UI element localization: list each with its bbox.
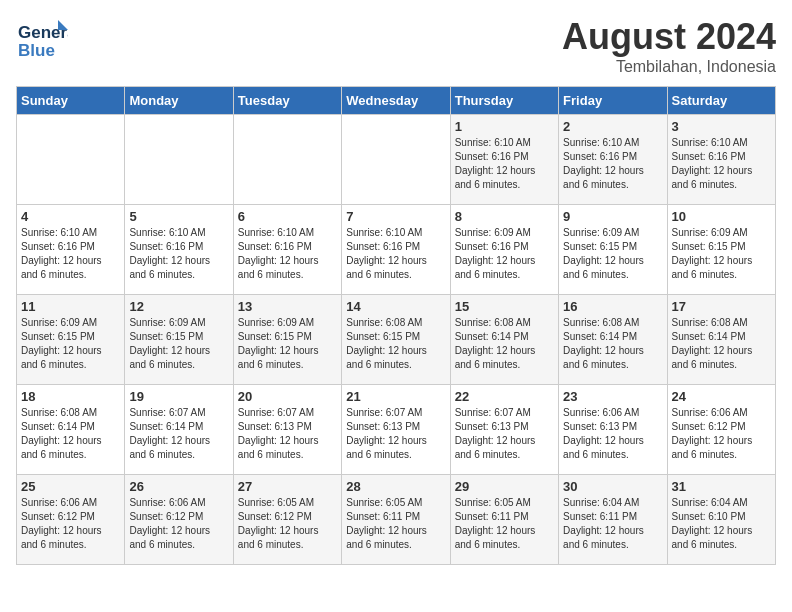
- day-number: 4: [21, 209, 120, 224]
- day-info: Sunrise: 6:10 AM Sunset: 6:16 PM Dayligh…: [346, 226, 445, 282]
- day-number: 11: [21, 299, 120, 314]
- day-info: Sunrise: 6:10 AM Sunset: 6:16 PM Dayligh…: [238, 226, 337, 282]
- day-info: Sunrise: 6:09 AM Sunset: 6:15 PM Dayligh…: [238, 316, 337, 372]
- calendar-cell: 13Sunrise: 6:09 AM Sunset: 6:15 PM Dayli…: [233, 295, 341, 385]
- header-cell-sunday: Sunday: [17, 87, 125, 115]
- day-number: 23: [563, 389, 662, 404]
- calendar-cell: 11Sunrise: 6:09 AM Sunset: 6:15 PM Dayli…: [17, 295, 125, 385]
- day-number: 19: [129, 389, 228, 404]
- calendar-cell: 4Sunrise: 6:10 AM Sunset: 6:16 PM Daylig…: [17, 205, 125, 295]
- day-info: Sunrise: 6:05 AM Sunset: 6:12 PM Dayligh…: [238, 496, 337, 552]
- calendar-cell: 17Sunrise: 6:08 AM Sunset: 6:14 PM Dayli…: [667, 295, 775, 385]
- day-info: Sunrise: 6:08 AM Sunset: 6:14 PM Dayligh…: [672, 316, 771, 372]
- title-section: August 2024 Tembilahan, Indonesia: [562, 16, 776, 76]
- calendar-cell: 14Sunrise: 6:08 AM Sunset: 6:15 PM Dayli…: [342, 295, 450, 385]
- day-info: Sunrise: 6:08 AM Sunset: 6:14 PM Dayligh…: [563, 316, 662, 372]
- calendar-cell: 22Sunrise: 6:07 AM Sunset: 6:13 PM Dayli…: [450, 385, 558, 475]
- day-info: Sunrise: 6:10 AM Sunset: 6:16 PM Dayligh…: [563, 136, 662, 192]
- day-number: 7: [346, 209, 445, 224]
- day-number: 15: [455, 299, 554, 314]
- day-number: 27: [238, 479, 337, 494]
- header-cell-wednesday: Wednesday: [342, 87, 450, 115]
- logo-icon: General Blue: [16, 16, 68, 62]
- week-row-2: 4Sunrise: 6:10 AM Sunset: 6:16 PM Daylig…: [17, 205, 776, 295]
- day-info: Sunrise: 6:08 AM Sunset: 6:14 PM Dayligh…: [455, 316, 554, 372]
- day-number: 20: [238, 389, 337, 404]
- calendar-cell: 8Sunrise: 6:09 AM Sunset: 6:16 PM Daylig…: [450, 205, 558, 295]
- day-number: 26: [129, 479, 228, 494]
- calendar-cell: [17, 115, 125, 205]
- calendar-cell: 12Sunrise: 6:09 AM Sunset: 6:15 PM Dayli…: [125, 295, 233, 385]
- week-row-5: 25Sunrise: 6:06 AM Sunset: 6:12 PM Dayli…: [17, 475, 776, 565]
- calendar-cell: 20Sunrise: 6:07 AM Sunset: 6:13 PM Dayli…: [233, 385, 341, 475]
- calendar-cell: 31Sunrise: 6:04 AM Sunset: 6:10 PM Dayli…: [667, 475, 775, 565]
- logo: General Blue: [16, 16, 68, 62]
- calendar-cell: 15Sunrise: 6:08 AM Sunset: 6:14 PM Dayli…: [450, 295, 558, 385]
- calendar-cell: 24Sunrise: 6:06 AM Sunset: 6:12 PM Dayli…: [667, 385, 775, 475]
- day-info: Sunrise: 6:10 AM Sunset: 6:16 PM Dayligh…: [672, 136, 771, 192]
- day-number: 28: [346, 479, 445, 494]
- day-number: 13: [238, 299, 337, 314]
- day-info: Sunrise: 6:07 AM Sunset: 6:13 PM Dayligh…: [455, 406, 554, 462]
- calendar-cell: 9Sunrise: 6:09 AM Sunset: 6:15 PM Daylig…: [559, 205, 667, 295]
- calendar-body: 1Sunrise: 6:10 AM Sunset: 6:16 PM Daylig…: [17, 115, 776, 565]
- header-cell-saturday: Saturday: [667, 87, 775, 115]
- calendar-cell: 23Sunrise: 6:06 AM Sunset: 6:13 PM Dayli…: [559, 385, 667, 475]
- calendar-cell: [233, 115, 341, 205]
- calendar-cell: 21Sunrise: 6:07 AM Sunset: 6:13 PM Dayli…: [342, 385, 450, 475]
- calendar-cell: 18Sunrise: 6:08 AM Sunset: 6:14 PM Dayli…: [17, 385, 125, 475]
- day-number: 22: [455, 389, 554, 404]
- day-number: 29: [455, 479, 554, 494]
- day-number: 21: [346, 389, 445, 404]
- calendar-cell: 16Sunrise: 6:08 AM Sunset: 6:14 PM Dayli…: [559, 295, 667, 385]
- header-row: SundayMondayTuesdayWednesdayThursdayFrid…: [17, 87, 776, 115]
- calendar-cell: 5Sunrise: 6:10 AM Sunset: 6:16 PM Daylig…: [125, 205, 233, 295]
- day-number: 5: [129, 209, 228, 224]
- day-info: Sunrise: 6:06 AM Sunset: 6:13 PM Dayligh…: [563, 406, 662, 462]
- calendar-cell: 3Sunrise: 6:10 AM Sunset: 6:16 PM Daylig…: [667, 115, 775, 205]
- day-info: Sunrise: 6:09 AM Sunset: 6:15 PM Dayligh…: [21, 316, 120, 372]
- day-info: Sunrise: 6:04 AM Sunset: 6:11 PM Dayligh…: [563, 496, 662, 552]
- calendar-cell: 30Sunrise: 6:04 AM Sunset: 6:11 PM Dayli…: [559, 475, 667, 565]
- day-info: Sunrise: 6:04 AM Sunset: 6:10 PM Dayligh…: [672, 496, 771, 552]
- day-info: Sunrise: 6:10 AM Sunset: 6:16 PM Dayligh…: [21, 226, 120, 282]
- day-number: 3: [672, 119, 771, 134]
- day-info: Sunrise: 6:09 AM Sunset: 6:15 PM Dayligh…: [129, 316, 228, 372]
- header-cell-friday: Friday: [559, 87, 667, 115]
- day-info: Sunrise: 6:05 AM Sunset: 6:11 PM Dayligh…: [346, 496, 445, 552]
- day-number: 12: [129, 299, 228, 314]
- day-number: 10: [672, 209, 771, 224]
- calendar-cell: [125, 115, 233, 205]
- day-number: 30: [563, 479, 662, 494]
- day-number: 25: [21, 479, 120, 494]
- calendar-cell: 10Sunrise: 6:09 AM Sunset: 6:15 PM Dayli…: [667, 205, 775, 295]
- main-title: August 2024: [562, 16, 776, 58]
- day-number: 18: [21, 389, 120, 404]
- day-number: 9: [563, 209, 662, 224]
- day-info: Sunrise: 6:10 AM Sunset: 6:16 PM Dayligh…: [129, 226, 228, 282]
- calendar-cell: 27Sunrise: 6:05 AM Sunset: 6:12 PM Dayli…: [233, 475, 341, 565]
- calendar-cell: 19Sunrise: 6:07 AM Sunset: 6:14 PM Dayli…: [125, 385, 233, 475]
- header-cell-tuesday: Tuesday: [233, 87, 341, 115]
- day-number: 1: [455, 119, 554, 134]
- calendar-cell: 2Sunrise: 6:10 AM Sunset: 6:16 PM Daylig…: [559, 115, 667, 205]
- day-info: Sunrise: 6:07 AM Sunset: 6:14 PM Dayligh…: [129, 406, 228, 462]
- day-number: 2: [563, 119, 662, 134]
- calendar-cell: 7Sunrise: 6:10 AM Sunset: 6:16 PM Daylig…: [342, 205, 450, 295]
- day-info: Sunrise: 6:07 AM Sunset: 6:13 PM Dayligh…: [346, 406, 445, 462]
- page-header: General Blue August 2024 Tembilahan, Ind…: [16, 16, 776, 76]
- day-number: 6: [238, 209, 337, 224]
- day-number: 8: [455, 209, 554, 224]
- week-row-4: 18Sunrise: 6:08 AM Sunset: 6:14 PM Dayli…: [17, 385, 776, 475]
- week-row-3: 11Sunrise: 6:09 AM Sunset: 6:15 PM Dayli…: [17, 295, 776, 385]
- day-info: Sunrise: 6:09 AM Sunset: 6:15 PM Dayligh…: [563, 226, 662, 282]
- subtitle: Tembilahan, Indonesia: [562, 58, 776, 76]
- day-number: 24: [672, 389, 771, 404]
- day-info: Sunrise: 6:06 AM Sunset: 6:12 PM Dayligh…: [129, 496, 228, 552]
- svg-text:Blue: Blue: [18, 41, 55, 60]
- header-cell-thursday: Thursday: [450, 87, 558, 115]
- day-number: 14: [346, 299, 445, 314]
- day-info: Sunrise: 6:08 AM Sunset: 6:14 PM Dayligh…: [21, 406, 120, 462]
- week-row-1: 1Sunrise: 6:10 AM Sunset: 6:16 PM Daylig…: [17, 115, 776, 205]
- day-info: Sunrise: 6:09 AM Sunset: 6:16 PM Dayligh…: [455, 226, 554, 282]
